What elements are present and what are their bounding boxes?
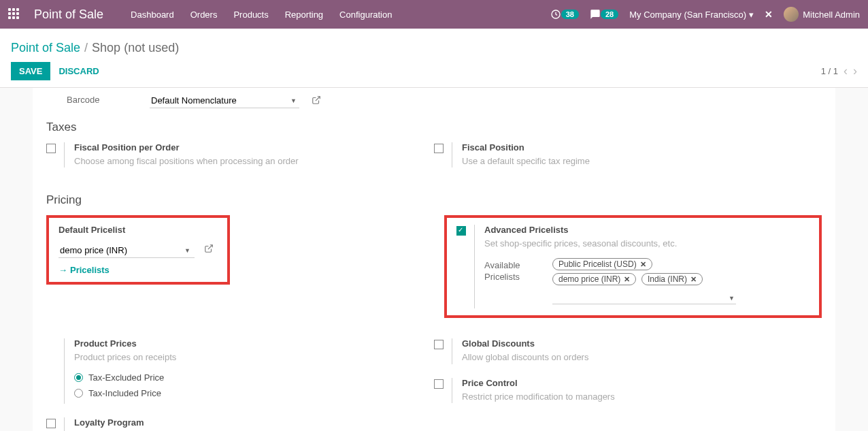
- section-pricing: Pricing: [46, 193, 822, 207]
- pricelists-link[interactable]: Pricelists: [59, 265, 110, 275]
- price-control-title: Price Control: [462, 378, 808, 388]
- checkbox-global-discounts[interactable]: [434, 340, 444, 349]
- fiscal-position-desc: Use a default specific tax regime: [462, 155, 808, 167]
- chevron-down-icon: ▼: [729, 295, 735, 302]
- menu-configuration[interactable]: Configuration: [339, 10, 392, 20]
- tag-demo-price[interactable]: demo price (INR)✕: [552, 273, 636, 285]
- advanced-pricelists-highlight: Advanced Pricelists Set shop-specific pr…: [444, 215, 822, 318]
- pager-text: 1 / 1: [821, 66, 838, 76]
- tag-india-inr[interactable]: India (INR)✕: [641, 273, 703, 285]
- activity-count: 38: [561, 10, 579, 19]
- pager-next-icon[interactable]: ›: [853, 64, 857, 78]
- checkbox-price-control[interactable]: [434, 379, 444, 389]
- available-pricelists-label: Available Pricelists: [484, 258, 546, 283]
- menu-orders[interactable]: Orders: [190, 10, 218, 20]
- message-count: 28: [601, 10, 618, 19]
- default-pricelist-title: Default Pricelist: [59, 225, 218, 235]
- breadcrumb-current: Shop (not used): [92, 41, 179, 55]
- product-prices-desc: Product prices on receipts: [74, 351, 420, 364]
- fiscal-per-order-desc: Choose among fiscal positions when proce…: [74, 155, 420, 167]
- checkbox-advanced-pricelists[interactable]: [456, 226, 466, 236]
- subbar: Point of Sale / Shop (not used) SAVE DIS…: [0, 29, 868, 88]
- loyalty-title: Loyalty Program: [74, 417, 420, 428]
- fiscal-position-title: Fiscal Position: [462, 142, 808, 153]
- activity-indicator[interactable]: 38: [550, 9, 579, 20]
- company-switcher[interactable]: My Company (San Francisco) ▾: [629, 10, 754, 20]
- radio-icon: [74, 389, 83, 398]
- top-navbar: Point of Sale Dashboard Orders Products …: [0, 0, 868, 29]
- global-discounts-title: Global Discounts: [462, 338, 808, 349]
- checkbox-fiscal-position[interactable]: [434, 144, 444, 153]
- company-name: My Company (San Francisco): [629, 10, 746, 20]
- price-control-desc: Restrict price modification to managers: [462, 391, 808, 403]
- global-discounts-desc: Allow global discounts on orders: [462, 351, 808, 364]
- default-pricelist-highlight: Default Pricelist ▼ Pricelists: [46, 215, 230, 285]
- section-taxes: Taxes: [46, 121, 822, 134]
- menu-reporting[interactable]: Reporting: [285, 10, 323, 20]
- chevron-down-icon: ▾: [749, 10, 754, 20]
- tag-public-pricelist[interactable]: Public Pricelist (USD)✕: [552, 258, 652, 270]
- discard-button[interactable]: DISCARD: [50, 62, 107, 80]
- available-pricelists-input[interactable]: ▼: [552, 291, 736, 304]
- tag-remove-icon[interactable]: ✕: [690, 275, 697, 284]
- brand-title[interactable]: Point of Sale: [34, 7, 103, 22]
- tag-remove-icon[interactable]: ✕: [640, 260, 646, 269]
- advanced-pricelists-desc: Set shop-specific prices, seasonal disco…: [484, 238, 809, 250]
- menu-dashboard[interactable]: Dashboard: [131, 10, 174, 20]
- barcode-nomenclature-label: Barcode Nomenclature: [67, 86, 141, 107]
- close-icon[interactable]: ✕: [765, 9, 773, 20]
- user-menu[interactable]: Mitchell Admin: [784, 7, 860, 22]
- advanced-pricelists-title: Advanced Pricelists: [484, 225, 809, 235]
- external-link-icon[interactable]: [204, 245, 214, 255]
- checkbox-loyalty[interactable]: [46, 419, 56, 428]
- user-name: Mitchell Admin: [803, 10, 860, 20]
- barcode-nomenclature-select[interactable]: [150, 93, 299, 108]
- default-pricelist-select[interactable]: [59, 243, 195, 258]
- messages-indicator[interactable]: 28: [590, 9, 618, 20]
- avatar: [784, 7, 799, 22]
- breadcrumb: Point of Sale / Shop (not used): [11, 34, 857, 62]
- radio-tax-excluded[interactable]: Tax-Excluded Price: [74, 372, 420, 383]
- fiscal-per-order-title: Fiscal Position per Order: [74, 142, 420, 153]
- radio-tax-included[interactable]: Tax-Included Price: [74, 388, 420, 398]
- tag-remove-icon[interactable]: ✕: [624, 275, 630, 284]
- pager-prev-icon[interactable]: ‹: [844, 64, 848, 78]
- menu-products[interactable]: Products: [233, 10, 268, 20]
- checkbox-fiscal-per-order[interactable]: [46, 144, 56, 153]
- main-menu: Dashboard Orders Products Reporting Conf…: [131, 10, 392, 20]
- product-prices-title: Product Prices: [74, 338, 420, 349]
- apps-icon[interactable]: [8, 8, 20, 20]
- save-button[interactable]: SAVE: [11, 62, 50, 80]
- breadcrumb-root[interactable]: Point of Sale: [11, 41, 80, 55]
- radio-icon: [74, 373, 83, 382]
- pager: 1 / 1 ‹ ›: [821, 64, 857, 78]
- breadcrumb-sep: /: [84, 41, 88, 55]
- external-link-icon[interactable]: [312, 95, 321, 107]
